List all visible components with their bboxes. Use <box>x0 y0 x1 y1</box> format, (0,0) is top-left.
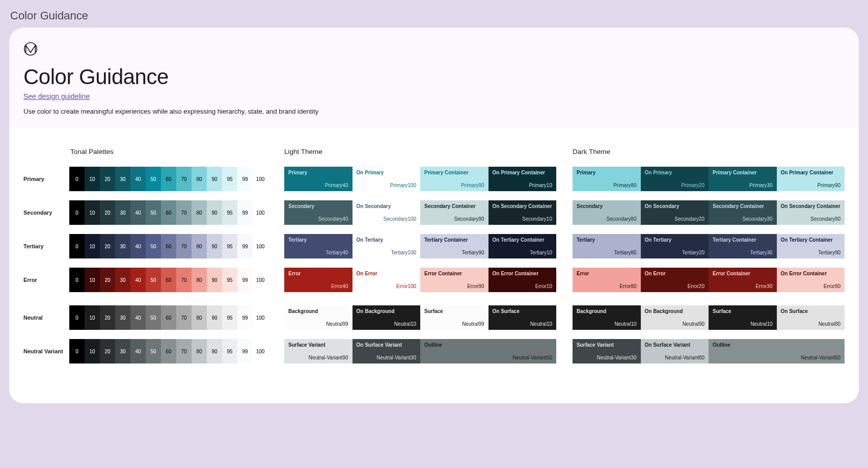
role-name: Background <box>577 308 637 314</box>
tone-swatch: 90 <box>207 268 222 292</box>
color-role: On Tertiary ContainerTertiary10 <box>489 234 557 258</box>
palette-row-label: Neutral <box>23 315 69 321</box>
tone-swatch: 100 <box>253 305 268 330</box>
palette-row-label: Neutral Variant <box>23 348 69 354</box>
color-role: TertiaryTertiary40 <box>284 234 352 258</box>
tone-swatch: 20 <box>100 268 115 292</box>
role-name: Error <box>288 271 348 276</box>
role-name: On Surface <box>493 308 553 314</box>
color-role: SurfaceNeutral99 <box>420 305 489 330</box>
role-tone: Neutral80 <box>781 321 841 327</box>
tone-swatch: 70 <box>176 234 192 258</box>
role-tone: Neutral-Variant60 <box>713 355 840 360</box>
tone-swatch: 99 <box>237 167 253 191</box>
color-role: Secondary ContainerSecondary90 <box>420 200 489 225</box>
tone-swatch: 10 <box>85 339 100 363</box>
tone-swatch: 99 <box>237 200 253 225</box>
role-name: On Primary <box>645 170 705 175</box>
tone-swatch: 60 <box>161 268 176 292</box>
tone-swatch: 20 <box>100 339 115 363</box>
tone-swatch: 80 <box>192 268 207 292</box>
color-role: On SurfaceNeutral80 <box>777 305 845 330</box>
role-name: On Error <box>645 271 705 276</box>
color-role: On ErrorError100 <box>352 268 421 292</box>
tone-swatch: 30 <box>115 339 130 363</box>
guideline-link[interactable]: See design guideline <box>23 92 90 100</box>
tone-swatch: 30 <box>115 167 130 191</box>
color-role: Error ContainerError90 <box>420 268 489 292</box>
column-title-tonal: Tonal Palettes <box>23 148 268 155</box>
tone-strip: 01020304050607080909599100 <box>69 200 268 225</box>
role-tone: Tertiary80 <box>577 250 637 255</box>
color-role: On Surface VariantNeutral-Variant30 <box>352 339 421 363</box>
role-name: On Surface <box>781 308 841 314</box>
color-role: On TertiaryTertiary20 <box>641 234 709 258</box>
role-name: Outline <box>713 342 840 348</box>
tone-swatch: 90 <box>207 200 222 225</box>
tone-swatch: 70 <box>176 167 192 191</box>
role-name: On Tertiary <box>357 237 417 243</box>
tone-swatch: 50 <box>146 268 161 292</box>
role-name: Surface <box>424 308 484 314</box>
role-tone: Secondary40 <box>288 216 348 222</box>
tone-swatch: 80 <box>192 200 207 225</box>
role-tone: Secondary20 <box>645 216 705 222</box>
role-tone: Tertiary100 <box>357 250 417 255</box>
tone-swatch: 0 <box>69 234 85 258</box>
palette-row: Secondary01020304050607080909599100 <box>23 200 268 225</box>
tone-swatch: 80 <box>192 234 207 258</box>
tone-swatch: 10 <box>85 234 100 258</box>
color-role: On SecondarySecondary100 <box>352 200 421 225</box>
color-role: On TertiaryTertiary100 <box>352 234 421 258</box>
color-role: BackgroundNeutral10 <box>573 305 641 330</box>
tone-swatch: 0 <box>69 339 85 363</box>
tone-swatch: 10 <box>85 167 100 191</box>
role-tone: Neutral90 <box>645 321 705 327</box>
tone-swatch: 0 <box>69 305 85 330</box>
role-name: On Background <box>645 308 705 314</box>
palette-row: Error01020304050607080909599100 <box>23 268 268 292</box>
sheet: Color Guidance See design guideline Use … <box>9 28 859 403</box>
tone-swatch: 20 <box>100 305 115 330</box>
tone-swatch: 95 <box>222 234 237 258</box>
tone-swatch: 100 <box>253 167 268 191</box>
tone-swatch: 30 <box>115 268 130 292</box>
color-role: On Error ContainerError90 <box>777 268 845 292</box>
role-name: On Tertiary <box>645 237 705 243</box>
role-name: Tertiary Container <box>424 237 484 243</box>
color-role: On Surface VariantNeutral-Variant80 <box>641 339 709 363</box>
color-role: Tertiary ContainerTertiary30 <box>709 234 777 258</box>
color-role: On PrimaryPrimary20 <box>641 167 709 191</box>
tone-swatch: 40 <box>130 200 146 225</box>
role-tone: Neutral-Variant90 <box>288 355 348 360</box>
role-name: On Primary <box>357 170 417 175</box>
role-name: Primary <box>288 170 348 175</box>
role-name: On Error Container <box>493 271 553 276</box>
role-name: Primary Container <box>424 170 484 175</box>
material-logo-icon <box>23 42 38 56</box>
role-tone: Neutral99 <box>288 321 348 327</box>
page-title: Color Guidance <box>23 65 845 89</box>
color-role: On Primary ContainerPrimary10 <box>489 167 557 191</box>
palette-row-label: Secondary <box>23 210 69 216</box>
tone-swatch: 20 <box>100 234 115 258</box>
color-role: On PrimaryPrimary100 <box>352 167 421 191</box>
tone-swatch: 70 <box>176 200 192 225</box>
role-name: On Tertiary Container <box>493 237 553 243</box>
color-role: OutlineNeutral-Variant50 <box>420 339 556 363</box>
role-name: On Error <box>357 271 417 276</box>
tone-strip: 01020304050607080909599100 <box>69 339 268 363</box>
tone-swatch: 99 <box>237 234 253 258</box>
tone-swatch: 100 <box>253 268 268 292</box>
color-role: TertiaryTertiary80 <box>573 234 641 258</box>
role-name: Surface Variant <box>577 342 637 348</box>
theme-row: Surface VariantNeutral-Variant90On Surfa… <box>284 339 556 363</box>
theme-row: BackgroundNeutral10On BackgroundNeutral9… <box>573 305 845 330</box>
color-role: On BackgroundNeutral10 <box>352 305 421 330</box>
role-name: On Secondary Container <box>493 203 553 209</box>
tone-swatch: 80 <box>192 167 207 191</box>
role-name: Tertiary <box>577 237 637 243</box>
role-name: On Secondary <box>357 203 417 209</box>
role-name: Background <box>288 308 348 314</box>
tone-swatch: 0 <box>69 268 85 292</box>
